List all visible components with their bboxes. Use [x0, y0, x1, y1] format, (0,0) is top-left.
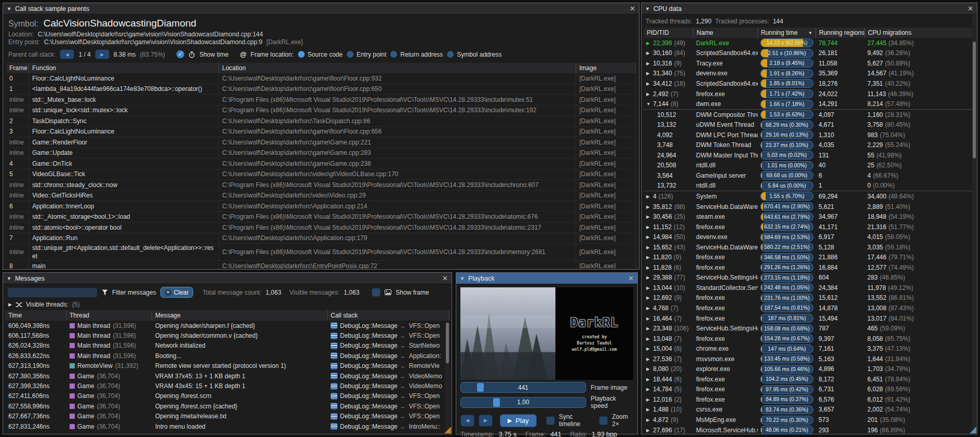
- message-row[interactable]: 627,831,246nsGame(36,704)Intro menu load…: [5, 421, 450, 431]
- cpu-scrollbar[interactable]: [972, 15, 976, 433]
- col-cpu-migrations[interactable]: CPU migrations: [865, 28, 973, 38]
- entry-point-value[interactable]: C:\Users\wolf\Desktop\darkrl\src\game\vi…: [44, 38, 263, 46]
- expand-icon[interactable]: ▶: [646, 377, 651, 382]
- cpu-process-row[interactable]: ▶1,488(10)csrss.exe83.74 ms (0.36%)3,657…: [644, 405, 973, 415]
- visible-threads-label[interactable]: Visible threads:: [26, 301, 69, 308]
- cpu-process-row[interactable]: ▶2,492(7)firefox.exe1.71 s (7.42%)24,022…: [644, 89, 973, 99]
- callstack-cell[interactable]: DebugLog::Message←Application:: [328, 352, 450, 360]
- expand-icon[interactable]: ▶: [646, 71, 651, 76]
- cpu-process-row[interactable]: ▶16,464(7)firefox.exe187 ms (0.81%)15,49…: [644, 313, 973, 324]
- cpu-process-row[interactable]: ▶15,652(43)ServiceHub.DataWarehou580.22 …: [644, 242, 973, 253]
- slider-handle[interactable]: [477, 383, 484, 392]
- show-time-checkbox[interactable]: ✓: [176, 50, 184, 58]
- expand-icon[interactable]: ▶: [646, 397, 651, 402]
- callstack-frame-row[interactable]: inlinestd::_Atomic_storage<bool,1>::load…: [6, 212, 636, 223]
- message-row[interactable]: 627,558,996nsGame(36,704)Opening /forest…: [5, 401, 450, 411]
- expand-icon[interactable]: ▶: [646, 346, 651, 351]
- expanded-icon[interactable]: ▼: [646, 101, 651, 107]
- messages-scrollbar[interactable]: [445, 322, 450, 432]
- show-frame-label[interactable]: Show frame: [396, 289, 429, 296]
- callstack-frame-row[interactable]: inlinestd::unique_lock<std::mutex>::lock…: [6, 105, 636, 116]
- callstack-cell[interactable]: DebugLog::Message←VFS::Open: [328, 413, 450, 420]
- expand-icon[interactable]: ▶: [646, 407, 651, 412]
- expand-icon[interactable]: ▶: [646, 214, 651, 219]
- show-time-label[interactable]: Show time: [199, 51, 228, 58]
- expand-icon[interactable]: ▶: [646, 285, 651, 290]
- callstack-frame-row[interactable]: inlineVideo::GetTicksHiResC:\Users\wolf\…: [6, 191, 636, 202]
- cpu-process-row[interactable]: ▶11,820(9)firefox.exe346.58 ms (1.50%)21…: [644, 252, 973, 262]
- callstack-frame-row[interactable]: inlineGame::UpdateC:\Users\wolf\Desktop\…: [6, 148, 636, 159]
- callstack-frame-row[interactable]: inlineGame::RenderFloorC:\Users\wolf\Des…: [6, 137, 636, 148]
- col-running-regions[interactable]: Running regions: [816, 28, 865, 38]
- playback-speed-slider[interactable]: 1.00: [460, 397, 586, 408]
- close-icon[interactable]: ✕: [968, 5, 973, 12]
- message-row[interactable]: 627,380,356nsGame(36,704)VRAM 37x45: 13 …: [5, 371, 450, 381]
- cpu-process-row[interactable]: ▶4,872(9)MsMpEng.exe70.22 ms (0.30%)5732…: [644, 415, 973, 425]
- sync-timeline-checkbox[interactable]: [546, 416, 555, 425]
- cpu-thread-row[interactable]: 10,512DWM Compositor Thread1.53 s (6.63%…: [644, 110, 973, 120]
- close-icon[interactable]: ✕: [628, 274, 634, 282]
- play-button[interactable]: ▶ Play: [500, 414, 537, 427]
- expand-icon[interactable]: ▶: [646, 306, 651, 311]
- callstack-frame-row[interactable]: inlinestd::unique_ptr<Application,std::d…: [6, 244, 636, 261]
- cpu-process-row[interactable]: ▶12,016(2)firefox.exe84.89 ms (0.37%)6,5…: [644, 394, 973, 405]
- message-row[interactable]: 627,313,190nsRemoteView(31,392)Remote vi…: [5, 361, 450, 371]
- callstack-frame-row[interactable]: 5VideoGLBase::TickC:\Users\wolf\Desktop\…: [6, 169, 636, 180]
- cpu-process-row[interactable]: ▶11,828(6)firefox.exe291.26 ms (1.26%)16…: [644, 262, 973, 273]
- callstack-cell[interactable]: DebugLog::Message←StartNetwo: [328, 342, 450, 349]
- cpu-thread-row[interactable]: 20,508ntdll.dll1.01 ms (0.00%)4025(62.50…: [644, 161, 973, 171]
- expand-icon[interactable]: ▶: [646, 428, 651, 433]
- cpu-process-row[interactable]: ▶4,768(7)firefox.exe187.54 ms (0.81%)14,…: [644, 303, 973, 313]
- cpu-process-row[interactable]: ▶11,152(12)firefox.exe632.15 ms (2.74%)4…: [644, 222, 973, 232]
- expand-icon[interactable]: ▶: [646, 61, 651, 66]
- clear-button[interactable]: ✕ Clear: [160, 287, 194, 298]
- cpu-process-row[interactable]: ▶30,456(25)steam.exe643.61 ms (2.79%)34,…: [644, 211, 973, 222]
- callstack-cell[interactable]: DebugLog::Message←RemoteVie: [328, 362, 450, 369]
- message-row[interactable]: 626,024,328nsMain thread(31,596)Network …: [5, 341, 450, 351]
- cpu-thread-row[interactable]: 13,732ntdll.dll5.84 us (0.00%)10(0.00%): [644, 181, 973, 192]
- prev-callstack-button[interactable]: ◀: [60, 49, 74, 59]
- cpu-process-row[interactable]: ▶29,388(77)ServiceHub.SettingsHost273.15…: [644, 273, 973, 283]
- cpu-thread-row[interactable]: 3,748DWM Token Thread23.37 ms (0.10%)4,0…: [644, 140, 973, 150]
- message-row[interactable]: 606,049,398nsMain thread(31,596)Opening …: [5, 321, 450, 330]
- callstack-frame-row[interactable]: 6Application::InnerLoopC:\Users\wolf\Des…: [6, 201, 636, 212]
- resize-grip[interactable]: [444, 427, 451, 433]
- cpu-process-row[interactable]: ▶10,316(9)Tracy.exe2.18 s (9.45%)11,0585…: [644, 58, 973, 69]
- filter-input[interactable]: [7, 287, 98, 298]
- radio-symbol-address[interactable]: Symbol address: [447, 51, 501, 58]
- expand-icon[interactable]: ▶: [646, 326, 651, 331]
- zoom-2x-checkbox[interactable]: [599, 416, 608, 425]
- expand-icon[interactable]: ▶: [646, 295, 651, 300]
- expand-icon[interactable]: ▶: [646, 417, 651, 422]
- message-row[interactable]: 626,833,622nsMain thread(31,596)Booting.…: [5, 351, 450, 361]
- cpu-thread-row[interactable]: 4,092DWM LPC Port Thread29.16 ms (0.13%)…: [644, 130, 973, 140]
- radio-source-code[interactable]: Source code: [298, 51, 343, 58]
- callstack-cell[interactable]: DebugLog::Message←IntroMenu::: [328, 423, 450, 430]
- expand-icon[interactable]: ▶: [646, 366, 651, 372]
- col-name[interactable]: Name: [693, 28, 758, 38]
- callstack-frame-row[interactable]: 2TaskDispatch::SyncC:\Users\wolf\Desktop…: [6, 116, 636, 127]
- cpu-process-row[interactable]: ▶35,812(88)ServiceHub.DataWarehou670.41 …: [644, 202, 973, 212]
- message-row[interactable]: 627,411,606nsGame(36,704)Opening /forest…: [5, 391, 450, 401]
- cpu-process-row[interactable]: ▶30,160(84)ScriptedSandbox64.exe2.51 s (…: [644, 48, 973, 59]
- cpu-process-row[interactable]: ▶34,412(18)ScriptedSandbox64.exe1.85 s (…: [644, 78, 973, 89]
- cpu-process-row[interactable]: ▶13,044(10)StandardCollector.Servic242.4…: [644, 283, 973, 293]
- close-icon[interactable]: ✕: [442, 274, 448, 282]
- cpu-process-row[interactable]: ▼7,144(8)dwm.exe1.66 s (7.18%)14,2918,21…: [644, 99, 973, 110]
- callstack-frame-row[interactable]: inlinestd::chrono::steady_clock::nowC:\P…: [6, 180, 636, 191]
- next-callstack-button[interactable]: ▶: [95, 49, 110, 59]
- expand-icon[interactable]: ▶: [646, 336, 651, 341]
- expand-icon[interactable]: ▶: [646, 41, 651, 46]
- radio-entry-point[interactable]: Entry point: [347, 51, 386, 58]
- callstack-cell[interactable]: DebugLog::Message←VideoMemo: [328, 373, 450, 380]
- collapse-icon[interactable]: ▼: [460, 276, 465, 281]
- cpu-process-row[interactable]: ▶8,080(20)explorer.exe105.66 ms (0.46%)4…: [644, 364, 973, 375]
- callstack-frame-row[interactable]: 3Floor::CalcLightNoLuminanceC:\Users\wol…: [6, 127, 636, 138]
- collapse-icon[interactable]: ▼: [7, 276, 11, 281]
- expand-icon[interactable]: ▶: [646, 204, 651, 209]
- cpu-process-row[interactable]: ▶15,004(8)chrome.exe147 ms (0.64%)7,1613…: [644, 343, 973, 354]
- cpu-thread-row[interactable]: 24,964DWM Master Input Threa5.03 ms (0.0…: [644, 150, 973, 161]
- callstack-cell[interactable]: DebugLog::Message←VFS::Open: [328, 332, 450, 339]
- cpu-process-row[interactable]: ▶22,396(49)DarkRL.exe14.33 s (62.06%)78,…: [644, 38, 973, 48]
- expand-icon[interactable]: ▶: [646, 316, 651, 321]
